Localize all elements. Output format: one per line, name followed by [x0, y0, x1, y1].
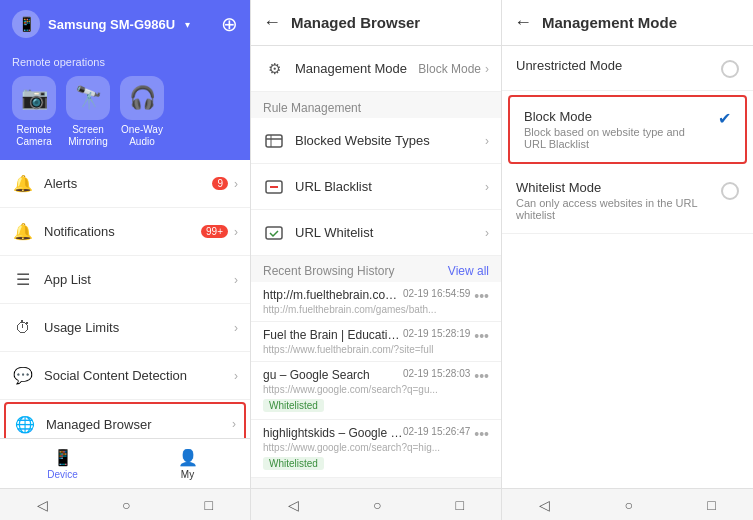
history-url: highlightskids – Google Search — [263, 426, 403, 440]
system-navigation-right: ◁ ○ □ — [502, 488, 753, 520]
management-mode-value: Block Mode — [418, 62, 481, 76]
chevron-right-icon: › — [485, 180, 489, 194]
more-options-icon[interactable]: ••• — [474, 368, 489, 384]
bottom-nav-device[interactable]: 📱 Device — [0, 448, 125, 480]
history-url: http://m.fuelthebrain.com/gam... — [263, 288, 403, 302]
whitelist-mode-radio[interactable] — [721, 182, 739, 200]
notifications-badge: 99+ — [201, 225, 228, 238]
more-options-icon[interactable]: ••• — [474, 288, 489, 304]
sidebar-item-social-content[interactable]: 💬 Social Content Detection › — [0, 352, 250, 400]
back-sys-button[interactable]: ◁ — [539, 497, 550, 513]
device-header: 📱 Samsung SM-G986U ▾ ⊕ — [0, 0, 250, 48]
unrestricted-mode-radio[interactable] — [721, 60, 739, 78]
url-whitelist-item[interactable]: URL Whitelist › — [251, 210, 501, 256]
sidebar-item-notifications[interactable]: 🔔 Notifications 99+ › — [0, 208, 250, 256]
remote-operations: Remote operations 📷 RemoteCamera 🔭 Scree… — [0, 48, 250, 160]
url-whitelist-icon — [263, 222, 285, 244]
right-back-button[interactable]: ← — [514, 12, 532, 33]
history-time: 02-19 15:28:03 — [403, 368, 470, 379]
recent-browsing-label-row: Recent Browsing History View all — [251, 256, 501, 282]
history-item-3[interactable]: gu – Google Search 02-19 15:28:03 ••• ht… — [251, 362, 501, 420]
url-blacklist-item[interactable]: URL Blacklist › — [251, 164, 501, 210]
home-sys-button[interactable]: ○ — [625, 497, 633, 513]
chevron-right-icon: › — [234, 369, 238, 383]
sidebar-item-alerts[interactable]: 🔔 Alerts 9 › — [0, 160, 250, 208]
mid-panel: ← Managed Browser ⚙ Management Mode Bloc… — [251, 0, 502, 520]
whitelisted-tag: Whitelisted — [263, 457, 324, 470]
chevron-right-icon: › — [485, 134, 489, 148]
one-way-audio-icon: 🎧 — [120, 76, 164, 120]
recents-sys-button[interactable]: □ — [707, 497, 715, 513]
system-navigation-left: ◁ ○ □ — [0, 488, 250, 520]
right-panel: ← Management Mode Unrestricted Mode Bloc… — [502, 0, 753, 520]
chevron-right-icon: › — [234, 225, 238, 239]
unrestricted-mode-label: Unrestricted Mode — [516, 58, 711, 73]
chevron-right-icon: › — [485, 226, 489, 240]
blocked-website-types-item[interactable]: Blocked Website Types › — [251, 118, 501, 164]
add-device-icon[interactable]: ⊕ — [221, 12, 238, 36]
block-mode-option[interactable]: Block Mode Block based on website type a… — [508, 95, 747, 164]
recent-browsing-label: Recent Browsing History — [263, 264, 394, 278]
recents-sys-button[interactable]: □ — [456, 497, 464, 513]
history-item-row: highlightskids – Google Search 02-19 15:… — [263, 426, 489, 442]
device-icon: 📱 — [12, 10, 40, 38]
history-item-row: gu – Google Search 02-19 15:28:03 ••• — [263, 368, 489, 384]
bottom-nav-my[interactable]: 👤 My — [125, 448, 250, 480]
blocked-website-icon — [263, 130, 285, 152]
back-sys-button[interactable]: ◁ — [288, 497, 299, 513]
history-item-row: http://m.fuelthebrain.com/gam... 02-19 1… — [263, 288, 489, 304]
sidebar-item-managed-browser[interactable]: 🌐 Managed Browser › — [4, 402, 246, 438]
history-url: Fuel the Brain | Educational Ga... — [263, 328, 403, 342]
system-navigation-mid: ◁ ○ □ — [251, 488, 501, 520]
left-panel: 📱 Samsung SM-G986U ▾ ⊕ Remote operations… — [0, 0, 251, 520]
management-mode-item[interactable]: ⚙ Management Mode Block Mode › — [251, 46, 501, 92]
history-item-1[interactable]: http://m.fuelthebrain.com/gam... 02-19 1… — [251, 282, 501, 322]
sidebar-item-label: Managed Browser — [46, 417, 232, 432]
mid-back-button[interactable]: ← — [263, 12, 281, 33]
chevron-right-icon: › — [234, 321, 238, 335]
history-time: 02-19 15:26:47 — [403, 426, 470, 437]
screen-mirroring[interactable]: 🔭 ScreenMirroring — [66, 76, 110, 148]
url-blacklist-icon — [263, 176, 285, 198]
remote-camera[interactable]: 📷 RemoteCamera — [12, 76, 56, 148]
device-header-left: 📱 Samsung SM-G986U ▾ — [12, 10, 190, 38]
sidebar-item-label: Usage Limits — [44, 320, 234, 335]
home-sys-button[interactable]: ○ — [373, 497, 381, 513]
usage-limits-icon: ⏱ — [12, 317, 34, 339]
management-mode-label: Management Mode — [295, 61, 418, 76]
one-way-audio[interactable]: 🎧 One-WayAudio — [120, 76, 164, 148]
notifications-icon: 🔔 — [12, 221, 34, 243]
sidebar-item-label: Alerts — [44, 176, 212, 191]
home-sys-button[interactable]: ○ — [122, 497, 130, 513]
chevron-right-icon: › — [485, 62, 489, 76]
history-item-4[interactable]: highlightskids – Google Search 02-19 15:… — [251, 420, 501, 478]
remote-camera-label: RemoteCamera — [16, 124, 52, 148]
screen-mirroring-icon: 🔭 — [66, 76, 110, 120]
view-all-button[interactable]: View all — [448, 264, 489, 278]
url-whitelist-label: URL Whitelist — [295, 225, 485, 240]
alerts-icon: 🔔 — [12, 173, 34, 195]
mid-panel-title: Managed Browser — [291, 14, 420, 31]
unrestricted-mode-option[interactable]: Unrestricted Mode — [502, 46, 753, 91]
sidebar-item-usage-limits[interactable]: ⏱ Usage Limits › — [0, 304, 250, 352]
one-way-audio-label: One-WayAudio — [121, 124, 163, 148]
my-nav-icon: 👤 — [178, 448, 198, 467]
history-time: 02-19 15:28:19 — [403, 328, 470, 339]
nav-items: 🔔 Alerts 9 › 🔔 Notifications 99+ › ☰ App… — [0, 160, 250, 438]
recents-sys-button[interactable]: □ — [205, 497, 213, 513]
history-subtitle: https://www.fuelthebrain.com/?site=full — [263, 344, 453, 355]
sidebar-item-label: App List — [44, 272, 234, 287]
device-name: Samsung SM-G986U — [48, 17, 175, 32]
sidebar-item-app-list[interactable]: ☰ App List › — [0, 256, 250, 304]
alerts-badge: 9 — [212, 177, 228, 190]
more-options-icon[interactable]: ••• — [474, 328, 489, 344]
whitelist-mode-desc: Can only access websites in the URL whit… — [516, 197, 711, 221]
svg-rect-5 — [266, 227, 282, 239]
chevron-right-icon: › — [234, 273, 238, 287]
whitelist-mode-option[interactable]: Whitelist Mode Can only access websites … — [502, 168, 753, 234]
back-sys-button[interactable]: ◁ — [37, 497, 48, 513]
app-list-icon: ☰ — [12, 269, 34, 291]
more-options-icon[interactable]: ••• — [474, 426, 489, 442]
remote-camera-icon: 📷 — [12, 76, 56, 120]
history-item-2[interactable]: Fuel the Brain | Educational Ga... 02-19… — [251, 322, 501, 362]
